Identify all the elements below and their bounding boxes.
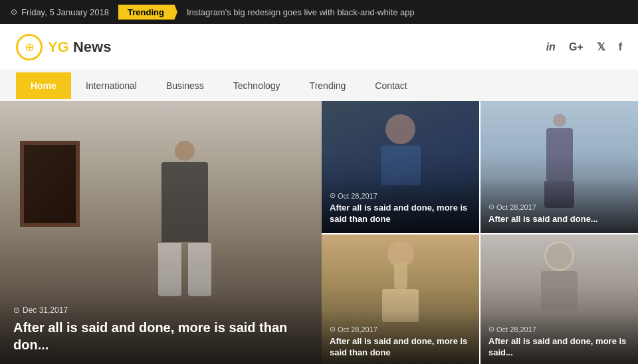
- logo[interactable]: ⊕ YG News: [16, 34, 111, 60]
- article-grid: ⊙ Oct 28,2017 After all is said and done…: [322, 101, 638, 364]
- grid-caption-4: ⊙ Oct 28,2017 After all is said and done…: [488, 325, 630, 359]
- twitter-icon[interactable]: 𝕏: [597, 41, 605, 53]
- clock-icon-featured: ⊙: [13, 306, 20, 315]
- clock-icon: ⊙: [11, 7, 17, 17]
- grid-article-2[interactable]: ⊙ Oct 28,2017 After all is said and done…: [480, 101, 638, 233]
- grid-title-4: After all is said and done, more is said…: [488, 336, 630, 359]
- grid-article-4[interactable]: ⊙ Oct 28,2017 After all is said and done…: [480, 234, 638, 364]
- grid-caption-3: ⊙ Oct 28,2017 After all is said and done…: [330, 325, 471, 359]
- nav-home[interactable]: Home: [16, 72, 71, 99]
- logo-yg: YG: [48, 39, 69, 55]
- grid-date-3: ⊙ Oct 28,2017: [330, 325, 471, 333]
- grid-title-3: After all is said and done, more is said…: [330, 336, 471, 359]
- top-bar-headline: Instagram's big redesign goes live with …: [187, 7, 415, 17]
- logo-globe-icon: ⊕: [16, 34, 43, 60]
- grid-article-1[interactable]: ⊙ Oct 28,2017 After all is said and done…: [322, 101, 479, 233]
- nav-business[interactable]: Business: [152, 72, 219, 99]
- googleplus-icon[interactable]: G+: [569, 41, 584, 53]
- top-bar-date: ⊙ Friday, 5 January 2018: [11, 7, 109, 17]
- grid-caption-2: ⊙ Oct 28,2017 After all is said and done…: [488, 203, 630, 225]
- featured-caption: ⊙ Dec 31,2017 After all is said and done…: [13, 306, 308, 353]
- nav-technology[interactable]: Technology: [219, 72, 295, 99]
- nav-trending[interactable]: Trending: [295, 72, 361, 99]
- grid-date-2: ⊙ Oct 28,2017: [488, 203, 630, 211]
- grid-caption-1: ⊙ Oct 28,2017 After all is said and done…: [330, 191, 471, 225]
- header: ⊕ YG News in G+ 𝕏 f: [0, 24, 638, 70]
- social-icons: in G+ 𝕏 f: [546, 41, 622, 53]
- top-bar: ⊙ Friday, 5 January 2018 Trending Instag…: [0, 0, 638, 24]
- linkedin-icon[interactable]: in: [546, 41, 556, 53]
- nav-contact[interactable]: Contact: [360, 72, 421, 99]
- clock-icon-2: ⊙: [488, 203, 494, 211]
- logo-news: News: [73, 39, 111, 55]
- date-text: Friday, 5 January 2018: [21, 7, 109, 17]
- featured-date: ⊙ Dec 31,2017: [13, 306, 308, 315]
- logo-text: YG News: [48, 39, 111, 56]
- featured-title: After all is said and done, more is said…: [13, 319, 308, 353]
- facebook-icon[interactable]: f: [619, 41, 622, 53]
- clock-icon-3: ⊙: [330, 325, 336, 333]
- trending-badge: Trending: [118, 5, 177, 20]
- content-grid: ⊙ Dec 31,2017 After all is said and done…: [0, 101, 638, 364]
- clock-icon-1: ⊙: [330, 191, 336, 200]
- grid-article-3[interactable]: ⊙ Oct 28,2017 After all is said and done…: [322, 234, 479, 364]
- grid-date-1: ⊙ Oct 28,2017: [330, 191, 471, 200]
- grid-title-2: After all is said and done...: [488, 214, 630, 225]
- nav-international[interactable]: International: [71, 72, 152, 99]
- grid-title-1: After all is said and done, more is said…: [330, 203, 471, 225]
- clock-icon-4: ⊙: [488, 325, 494, 333]
- main-nav: Home International Business Technology T…: [0, 70, 638, 101]
- grid-date-4: ⊙ Oct 28,2017: [488, 325, 630, 333]
- featured-article[interactable]: ⊙ Dec 31,2017 After all is said and done…: [0, 101, 322, 364]
